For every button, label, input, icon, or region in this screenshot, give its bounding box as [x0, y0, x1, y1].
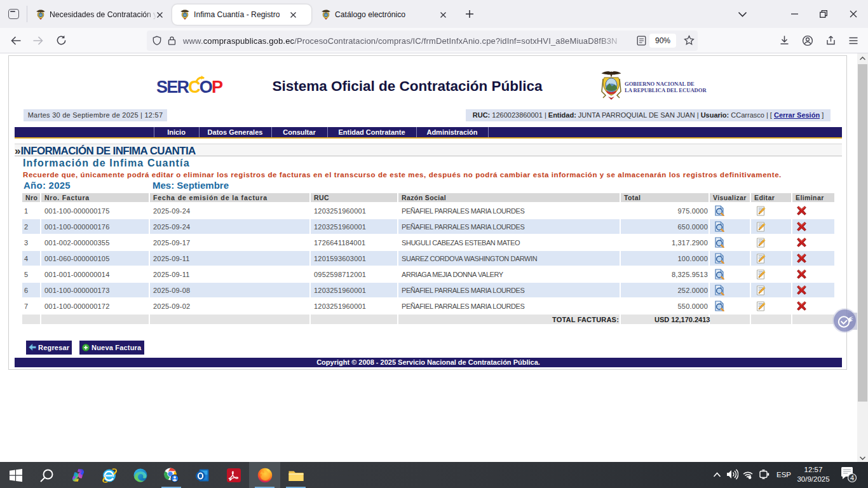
svg-text:4: 4 [850, 474, 854, 482]
